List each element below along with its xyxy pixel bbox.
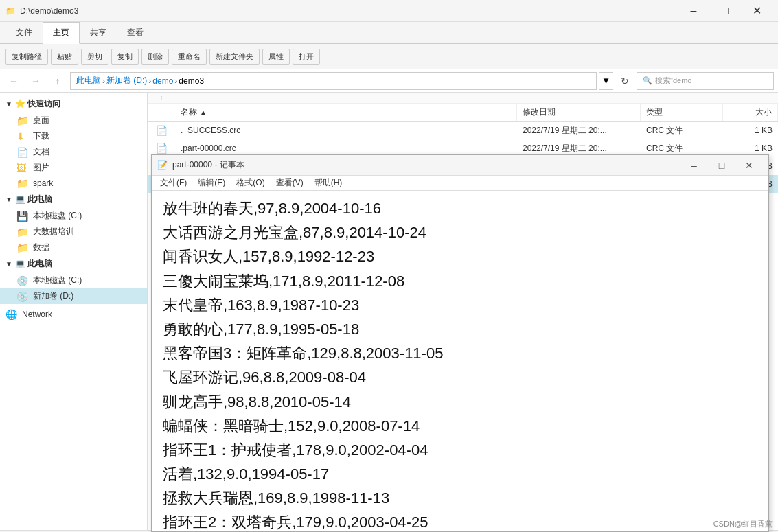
folder-icon-bigdata: 📁 <box>16 227 29 238</box>
notepad-menu: 文件(F) 编辑(E) 格式(O) 查看(V) 帮助(H) <box>152 176 768 191</box>
file-type-0: CRC 文件 <box>641 122 723 139</box>
notepad-content[interactable]: 放牛班的春天,97,8.9,2004-10-16 大话西游之月光宝盒,87,8.… <box>152 191 768 531</box>
folder-icon: 📁 <box>16 115 29 126</box>
notepad-maximize-button[interactable]: □ <box>708 155 735 176</box>
quick-access-label: ⭐ 快速访问 <box>15 98 60 110</box>
col-header-date[interactable]: 修改日期 <box>517 104 641 121</box>
sidebar-item-d-drive[interactable]: 💿 新加卷 (D:) <box>0 288 147 304</box>
path-arrow-2: › <box>148 76 151 86</box>
notepad-minimize-button[interactable]: – <box>680 155 708 176</box>
address-bar: ← → ↑ 此电脑 › 新加卷 (D:) › demo › demo3 ▼ ↻ … <box>0 69 778 93</box>
sidebar-thispc-header[interactable]: ▼ 💻 此电脑 <box>0 191 147 208</box>
search-box[interactable]: 🔍 搜索"demo <box>637 72 774 90</box>
notepad-line-10: 指环王1：护戒使者,178,9.0,2002-04-04 <box>163 438 757 462</box>
sidebar-item-network[interactable]: 🌐 Network <box>0 307 147 322</box>
search-placeholder: 搜索"demo <box>655 76 691 86</box>
ribbon: 文件 主页 共享 查看 复制路径 粘贴 剪切 复制 删除 重命名 新建文件夹 属… <box>0 22 778 69</box>
sidebar-item-label-c2: 本地磁盘 (C:) <box>33 275 82 286</box>
notepad-line-4: 末代皇帝,163,8.9,1987-10-23 <box>163 293 757 317</box>
notepad-line-6: 黑客帝国3：矩阵革命,129,8.8,2003-11-05 <box>163 341 757 365</box>
close-button[interactable]: ✕ <box>741 0 773 22</box>
file-icon-0: 📄 <box>148 125 175 136</box>
sidebar-item-data[interactable]: 📁 数据 <box>0 240 147 255</box>
paste-button[interactable]: 粘贴 <box>51 49 78 65</box>
properties-button[interactable]: 属性 <box>262 49 290 65</box>
notepad-menu-format[interactable]: 格式(O) <box>231 176 270 190</box>
sidebar-item-label-spark: spark <box>33 178 53 188</box>
sidebar-item-pictures[interactable]: 🖼 图片 <box>0 160 147 176</box>
file-list-header: 名称 ▲ 修改日期 类型 大小 <box>148 104 778 122</box>
delete-button[interactable]: 删除 <box>141 49 169 65</box>
cut-button[interactable]: 剪切 <box>81 49 108 65</box>
tab-file[interactable]: 文件 <box>5 22 43 43</box>
sidebar-item-label-network: Network <box>22 310 52 319</box>
col-header-name[interactable]: 名称 ▲ <box>175 104 517 121</box>
sidebar-item-desktop[interactable]: 📁 桌面 <box>0 113 147 128</box>
address-dropdown-button[interactable]: ▼ <box>599 72 613 90</box>
sidebar-item-label-d: 新加卷 (D:) <box>33 290 73 302</box>
copy-path-button[interactable]: 复制路径 <box>5 49 48 65</box>
path-segment-drive: 新加卷 (D:) <box>106 75 147 86</box>
file-icon-1: 📄 <box>148 143 175 154</box>
forward-button[interactable]: → <box>26 72 45 90</box>
col-header-size[interactable]: 大小 <box>723 104 778 121</box>
notepad-line-3: 三傻大闹宝莱坞,171,8.9,2011-12-08 <box>163 269 757 293</box>
notepad-line-8: 驯龙高手,98,8.8,2010-05-14 <box>163 390 757 414</box>
open-button[interactable]: 打开 <box>293 49 320 65</box>
back-button[interactable]: ← <box>4 72 23 90</box>
network-icon: 🌐 <box>5 309 18 320</box>
folder-icon-spark: 📁 <box>16 178 29 189</box>
new-folder-button[interactable]: 新建文件夹 <box>209 49 260 65</box>
sidebar-quick-access-header[interactable]: ▼ ⭐ 快速访问 <box>0 95 147 113</box>
minimize-button[interactable]: – <box>678 0 709 22</box>
tab-share[interactable]: 共享 <box>80 22 117 43</box>
sidebar-item-label-c1: 本地磁盘 (C:) <box>33 210 82 222</box>
copy-button[interactable]: 复制 <box>111 49 139 65</box>
folder-icon-pictures: 🖼 <box>16 163 29 174</box>
sidebar-item-label-documents: 文档 <box>33 146 49 158</box>
address-path[interactable]: 此电脑 › 新加卷 (D:) › demo › demo3 <box>70 72 597 90</box>
notepad-menu-file[interactable]: 文件(F) <box>155 176 192 190</box>
title-bar-text: D:\demo\demo3 <box>20 6 78 16</box>
sidebar-thispc2-header[interactable]: ▼ 💻 此电脑 <box>0 255 147 273</box>
sidebar: ▼ ⭐ 快速访问 📁 桌面 ⬇ 下载 📄 文档 🖼 图片 📁 spark ▼ 💻… <box>0 93 148 530</box>
sidebar-item-documents[interactable]: 📄 文档 <box>0 144 147 160</box>
notepad-menu-edit[interactable]: 编辑(E) <box>192 176 231 190</box>
notepad-menu-help[interactable]: 帮助(H) <box>309 176 348 190</box>
drive-icon-c1: 💾 <box>16 211 29 222</box>
notepad-menu-view[interactable]: 查看(V) <box>271 176 309 190</box>
sort-arrow-icon: ↑ <box>160 94 163 102</box>
notepad-title-text: part-00000 - 记事本 <box>172 159 680 171</box>
ribbon-content: 复制路径 粘贴 剪切 复制 删除 重命名 新建文件夹 属性 打开 <box>0 44 778 69</box>
notepad-line-1: 大话西游之月光宝盒,87,8.9,2014-10-24 <box>163 220 757 244</box>
notepad-close-button[interactable]: ✕ <box>735 155 763 176</box>
sidebar-item-downloads[interactable]: ⬇ 下载 <box>0 128 147 144</box>
sidebar-item-label-bigdata: 大数据培训 <box>33 226 74 238</box>
sidebar-item-label-data: 数据 <box>33 242 49 253</box>
file-name-0: ._SUCCESS.crc <box>175 123 517 138</box>
notepad-win-buttons: – □ ✕ <box>680 155 763 176</box>
sidebar-item-c-drive-1[interactable]: 💾 本地磁盘 (C:) <box>0 208 147 224</box>
notepad-window: 📝 part-00000 - 记事本 – □ ✕ 文件(F) 编辑(E) 格式(… <box>151 154 769 532</box>
refresh-button[interactable]: ↻ <box>616 72 634 90</box>
sidebar-item-label-pictures: 图片 <box>33 162 49 174</box>
sidebar-item-c-drive-2[interactable]: 💿 本地磁盘 (C:) <box>0 273 147 288</box>
thispc-label: 💻 此电脑 <box>15 194 52 205</box>
file-row-0[interactable]: 📄 ._SUCCESS.crc 2022/7/19 星期二 20:... CRC… <box>148 122 778 139</box>
thispc2-chevron-icon: ▼ <box>5 260 12 268</box>
notepad-line-12: 拯救大兵瑞恩,169,8.9,1998-11-13 <box>163 486 757 510</box>
folder-icon-data: 📁 <box>16 242 29 253</box>
col-header-type[interactable]: 类型 <box>641 104 723 121</box>
up-button[interactable]: ↑ <box>48 72 67 90</box>
sort-icon-col: ↑ <box>148 94 175 102</box>
sidebar-item-bigdata[interactable]: 📁 大数据培训 <box>0 224 147 240</box>
maximize-button[interactable]: □ <box>709 0 741 22</box>
tab-home[interactable]: 主页 <box>43 22 80 44</box>
title-bar-icon: 📁 <box>5 6 16 16</box>
rename-button[interactable]: 重命名 <box>172 49 207 65</box>
tab-view[interactable]: 查看 <box>117 22 154 43</box>
file-size-1: 1 KB <box>723 141 778 156</box>
sidebar-item-spark[interactable]: 📁 spark <box>0 176 147 191</box>
notepad-line-2: 闻香识女人,157,8.9,1992-12-23 <box>163 244 757 268</box>
sidebar-item-label-downloads: 下载 <box>33 130 49 142</box>
